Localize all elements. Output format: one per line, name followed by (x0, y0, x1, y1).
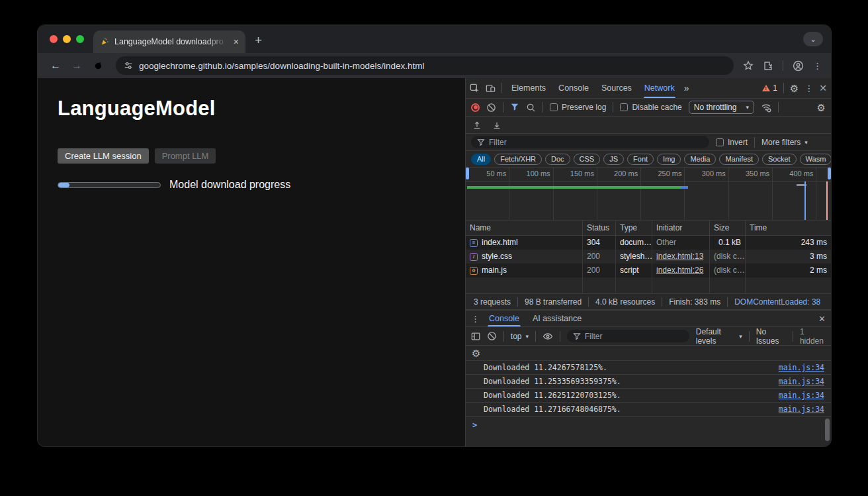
preserve-log-checkbox[interactable]: Preserve log (550, 103, 606, 112)
request-type-cell[interactable]: script (616, 264, 652, 277)
overview-left-handle[interactable] (466, 168, 469, 179)
request-type-chip[interactable]: Manifest (719, 154, 759, 165)
request-initiator-cell[interactable]: index.html:26 (652, 264, 710, 277)
source-link[interactable]: main.js:34 (779, 389, 824, 402)
invert-checkbox[interactable]: Invert (716, 138, 748, 147)
filter-funnel-icon[interactable] (510, 103, 519, 112)
devtools-panel-tab[interactable]: Sources (598, 78, 635, 98)
disable-cache-checkbox[interactable]: Disable cache (620, 103, 681, 112)
tab-search-button[interactable]: ⌄ (803, 32, 823, 46)
console-message-row[interactable]: Downloaded 11.26251220703125%. main.js:3… (466, 388, 831, 402)
console-context-selector[interactable]: top ▾ (511, 332, 529, 341)
request-time-cell[interactable]: 243 ms (746, 236, 831, 250)
hidden-messages-label[interactable]: 1 hidden (800, 327, 826, 346)
request-name-cell[interactable]: index.html (466, 236, 583, 250)
tab-close-icon[interactable]: × (234, 37, 239, 46)
request-name-cell[interactable]: style.css (466, 250, 583, 264)
request-type-cell[interactable]: stylesh… (616, 250, 652, 264)
request-type-chip[interactable]: Font (627, 154, 654, 165)
network-conditions-icon[interactable] (761, 102, 771, 113)
request-time-cell[interactable]: 2 ms (746, 264, 831, 277)
prompt-llm-button[interactable]: Prompt LLM (155, 148, 216, 164)
request-type-chip[interactable]: JS (603, 154, 624, 165)
source-link[interactable]: main.js:34 (779, 375, 824, 388)
console-filter-input[interactable] (585, 332, 683, 341)
request-initiator-cell[interactable]: Other (652, 236, 710, 250)
devtools-settings-gear-icon[interactable]: ⚙ (790, 83, 799, 93)
request-type-chip[interactable]: All (471, 154, 491, 165)
record-network-log-button[interactable] (471, 103, 480, 112)
new-tab-button[interactable]: + (255, 33, 262, 48)
more-filters-dropdown[interactable]: More filters ▾ (761, 138, 808, 147)
throttling-dropdown[interactable]: No throttling ▾ (689, 101, 754, 114)
request-type-chip[interactable]: Fetch/XHR (494, 154, 542, 165)
scrollbar-thumb[interactable] (825, 419, 830, 441)
table-column-header[interactable]: Name (466, 221, 583, 236)
browser-tab[interactable]: LanguageModel downloadpro × (93, 30, 245, 53)
drawer-menu-kebab-icon[interactable]: ⋮ (471, 314, 480, 324)
request-time-cell[interactable]: 3 ms (746, 250, 831, 264)
console-levels-dropdown[interactable]: Default levels ▾ (696, 327, 742, 346)
console-sidebar-icon[interactable] (471, 332, 480, 341)
devtools-menu-kebab-icon[interactable]: ⋮ (804, 83, 813, 93)
request-name-cell[interactable]: main.js (466, 264, 583, 277)
table-column-header[interactable]: Type (616, 221, 652, 236)
export-har-icon[interactable] (492, 121, 501, 130)
device-toolbar-icon[interactable] (486, 83, 496, 93)
drawer-tab[interactable]: Console (486, 311, 522, 326)
console-message-row[interactable]: Downloaded 11.25335693359375%. main.js:3… (466, 374, 831, 388)
request-type-chip[interactable]: CSS (574, 154, 601, 165)
extensions-puzzle-icon[interactable] (763, 60, 773, 71)
no-issues-label[interactable]: No Issues (756, 327, 786, 346)
devtools-panel-tab[interactable]: Console (555, 78, 592, 98)
drawer-close-icon[interactable]: ✕ (818, 314, 826, 324)
request-size-cell[interactable]: 0.1 kB (710, 236, 746, 250)
devtools-close-icon[interactable]: ✕ (819, 83, 827, 93)
request-status-cell[interactable]: 200 (583, 250, 616, 264)
network-settings-gear-icon[interactable]: ⚙ (817, 103, 826, 113)
table-column-header[interactable]: Initiator (652, 221, 710, 236)
clear-network-log-icon[interactable] (486, 103, 496, 113)
request-status-cell[interactable]: 304 (583, 236, 616, 250)
table-column-header[interactable]: Status (583, 221, 616, 236)
overview-right-handle[interactable] (828, 168, 831, 179)
console-prompt[interactable]: > (466, 416, 831, 434)
profile-avatar-icon[interactable] (793, 60, 804, 72)
bookmark-star-icon[interactable] (743, 60, 754, 71)
reload-button[interactable] (89, 57, 107, 74)
window-minimize-button[interactable] (63, 35, 71, 43)
table-column-header[interactable]: Size (710, 221, 746, 236)
console-message-row[interactable]: Downloaded 11.24267578125%. main.js:34 (466, 360, 831, 374)
request-type-chip[interactable]: Socket (762, 154, 797, 165)
browser-menu-kebab-icon[interactable]: ⋮ (813, 61, 822, 71)
source-link[interactable]: main.js:34 (779, 403, 824, 416)
request-type-chip[interactable]: Doc (545, 154, 570, 165)
omnibox[interactable]: googlechrome.github.io/samples/downloadi… (116, 56, 734, 75)
window-close-button[interactable] (50, 35, 58, 43)
request-status-cell[interactable]: 200 (583, 264, 616, 277)
network-filter-input[interactable] (489, 138, 703, 147)
request-type-chip[interactable]: Wasm (800, 154, 831, 165)
console-settings-gear-icon[interactable]: ⚙ (472, 348, 480, 358)
more-panels-chevron-icon[interactable]: » (684, 83, 689, 93)
network-overview-timeline[interactable]: 50 ms 100 ms 150 ms 200 ms (466, 168, 831, 221)
issues-counter[interactable]: 1 (762, 83, 777, 93)
request-size-cell[interactable]: (disk c… (710, 264, 746, 277)
request-type-chip[interactable]: Media (684, 154, 716, 165)
console-message-row[interactable]: Downloaded 11.27166748046875%. main.js:3… (466, 402, 831, 416)
source-link[interactable]: main.js:34 (779, 361, 824, 374)
live-expression-eye-icon[interactable] (542, 331, 553, 342)
import-har-icon[interactable] (472, 121, 482, 130)
forward-button[interactable]: → (68, 57, 85, 74)
devtools-panel-tab[interactable]: Elements (508, 78, 549, 98)
search-icon[interactable] (526, 103, 536, 113)
devtools-panel-tab[interactable]: Network (641, 78, 678, 98)
create-llm-session-button[interactable]: Create LLM session (58, 148, 149, 164)
inspect-element-icon[interactable] (470, 83, 480, 93)
back-button[interactable]: ← (47, 57, 64, 74)
table-column-header[interactable]: Time (746, 221, 831, 236)
site-settings-icon[interactable] (124, 61, 133, 70)
request-type-chip[interactable]: Img (657, 154, 681, 165)
request-type-cell[interactable]: docum… (616, 236, 652, 250)
request-initiator-cell[interactable]: index.html:13 (652, 250, 710, 264)
